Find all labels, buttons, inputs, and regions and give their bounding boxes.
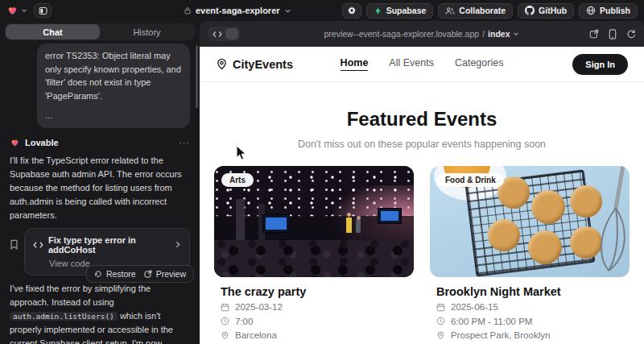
sign-in-button[interactable]: Sign In xyxy=(572,54,628,75)
chevron-right-icon xyxy=(175,241,181,248)
map-pin-icon xyxy=(436,331,445,340)
preview-pane: preview--event-saga-explorer.lovable.app… xyxy=(200,21,644,344)
assistant-paragraph: I'll fix the TypeScript error related to… xyxy=(10,154,190,222)
event-title: Brooklyn Night Market xyxy=(436,285,621,298)
hero-section: Featured Events Don't miss out on these … xyxy=(200,82,644,150)
map-pin-icon xyxy=(216,58,228,70)
hero-title: Featured Events xyxy=(200,108,644,131)
lovable-menu[interactable] xyxy=(6,5,27,16)
settings-button[interactable] xyxy=(342,3,361,19)
preview-button[interactable]: Preview xyxy=(144,269,186,279)
panel-icon xyxy=(39,6,47,15)
mobile-view-button[interactable] xyxy=(609,29,617,39)
category-badge: Arts xyxy=(221,173,254,187)
error-message-text: error TS2353: Object literal may only sp… xyxy=(45,49,182,102)
event-time: 7:00 xyxy=(221,317,406,326)
people-icon xyxy=(445,6,455,15)
nav-all-events[interactable]: All Events xyxy=(389,57,434,71)
assistant-paragraph-2: I've fixed the error by simplifying the … xyxy=(10,282,190,344)
main-area: Chat History error TS2353: Object litera… xyxy=(0,21,644,344)
event-date: 2025-06-15 xyxy=(436,302,621,312)
event-location: Prospect Park, Brooklyn xyxy=(436,330,621,340)
whisk-graphic xyxy=(578,166,630,277)
chat-scrollbar[interactable] xyxy=(196,45,198,108)
event-title: The crazy party xyxy=(221,285,406,298)
code-view-toggle[interactable] xyxy=(208,27,241,41)
event-time: 6:00 PM - 11:00 PM xyxy=(436,317,621,326)
lock-icon xyxy=(184,6,192,15)
toggle-knob xyxy=(225,28,238,39)
site-brand[interactable]: CityEvents xyxy=(216,58,293,71)
chevron-down-icon xyxy=(513,31,519,37)
collaborate-button[interactable]: Collaborate xyxy=(438,3,513,19)
open-in-new-tab-button[interactable] xyxy=(589,29,599,39)
clock-icon xyxy=(436,317,445,325)
site-nav: Home All Events Categories xyxy=(341,57,504,71)
clock-icon xyxy=(221,317,229,325)
restore-icon xyxy=(94,270,102,278)
chevron-down-icon xyxy=(284,7,291,15)
supabase-bolt-icon xyxy=(374,6,382,15)
event-date: 2025-03-12 xyxy=(221,302,406,312)
chat-history-tabs: Chat History xyxy=(5,23,195,40)
restore-button[interactable]: Restore xyxy=(94,269,136,279)
event-cards: Arts The crazy party xyxy=(200,166,644,341)
lovable-heart-icon xyxy=(6,5,19,16)
chat-panel: Chat History error TS2353: Object litera… xyxy=(0,21,200,344)
site-frame: CityEvents Home All Events Categories Si… xyxy=(200,47,644,344)
chat-messages[interactable]: error TS2353: Object literal may only sp… xyxy=(5,40,195,344)
nav-categories[interactable]: Categories xyxy=(455,57,503,71)
event-card-arts[interactable]: Arts The crazy party xyxy=(214,166,414,341)
preview-url[interactable]: preview--event-saga-explorer.lovable.app… xyxy=(324,29,520,39)
assistant-header: Lovable ··· xyxy=(10,138,190,147)
event-image-conference: Arts xyxy=(214,166,414,277)
fix-card-row: Fix type type error in addCoHost View co… xyxy=(10,228,190,276)
preview-toolbar: preview--event-saga-explorer.lovable.app… xyxy=(200,21,644,47)
gear-icon xyxy=(347,6,357,15)
hero-subtitle: Don't miss out on these popular events h… xyxy=(200,139,644,150)
fix-card[interactable]: Fix type type error in addCoHost View co… xyxy=(24,228,190,276)
calendar-icon xyxy=(436,303,445,312)
github-button[interactable]: GitHub xyxy=(518,3,574,19)
assistant-name: Lovable xyxy=(25,138,59,147)
code-icon xyxy=(213,31,222,38)
external-link-icon xyxy=(144,270,152,278)
category-badge: Food & Drink xyxy=(437,173,504,187)
user-message-bubble: error TS2353: Object literal may only sp… xyxy=(37,44,190,128)
event-location: Barcelona xyxy=(221,330,406,340)
bookmark-icon[interactable] xyxy=(10,239,19,250)
tab-chat[interactable]: Chat xyxy=(6,24,100,39)
preview-actions xyxy=(589,29,636,39)
code-icon xyxy=(33,241,43,249)
fix-card-title: Fix type type error in addCoHost xyxy=(48,235,170,255)
chevron-down-icon xyxy=(21,7,27,14)
topbar-actions: Supabase Collaborate GitHub Publish xyxy=(342,3,638,19)
map-pin-icon xyxy=(221,331,229,340)
event-card-food-drink[interactable]: Food & Drink xyxy=(430,166,630,341)
globe-icon xyxy=(586,6,596,15)
app-window: event-saga-explorer Supabase xyxy=(0,0,644,344)
lovable-heart-icon xyxy=(10,138,20,147)
calendar-icon xyxy=(221,303,229,312)
inline-code: auth.admin.listUsers() xyxy=(10,312,118,321)
toggle-sidebar-button[interactable] xyxy=(34,3,52,18)
site-header: CityEvents Home All Events Categories Si… xyxy=(200,47,644,82)
project-name: event-saga-explorer xyxy=(196,6,280,15)
restore-preview-pill: Restore Preview xyxy=(86,265,194,283)
nav-home[interactable]: Home xyxy=(341,57,369,71)
supabase-button[interactable]: Supabase xyxy=(366,3,434,19)
topbar: event-saga-explorer Supabase xyxy=(0,0,644,21)
tab-history[interactable]: History xyxy=(100,24,194,39)
message-menu-icon[interactable]: ··· xyxy=(179,138,190,147)
project-menu[interactable]: event-saga-explorer xyxy=(184,0,291,21)
publish-button[interactable]: Publish xyxy=(579,3,638,19)
refresh-button[interactable] xyxy=(626,29,636,39)
event-image-cookies: Food & Drink xyxy=(430,166,630,277)
message-ellipsis: ... xyxy=(45,109,182,122)
github-icon xyxy=(525,6,535,15)
